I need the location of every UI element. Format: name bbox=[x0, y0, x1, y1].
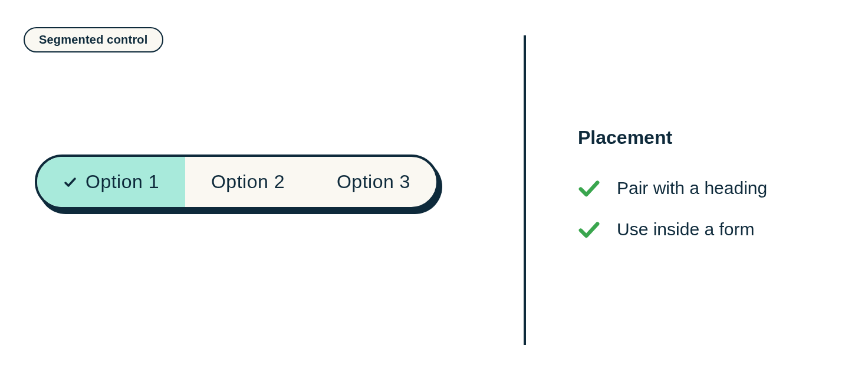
check-icon bbox=[578, 218, 600, 241]
segment-option-2[interactable]: Option 2 bbox=[185, 157, 311, 207]
segmented-control: Option 1 Option 2 Option 3 bbox=[35, 155, 439, 209]
check-icon bbox=[63, 175, 77, 189]
check-icon bbox=[578, 177, 600, 199]
vertical-divider bbox=[524, 35, 526, 345]
segmented-control-shadow: Option 1 Option 2 Option 3 bbox=[38, 159, 442, 214]
info-heading: Placement bbox=[578, 127, 767, 149]
info-item: Use inside a form bbox=[578, 218, 767, 241]
segment-option-1[interactable]: Option 1 bbox=[37, 157, 185, 207]
info-item: Pair with a heading bbox=[578, 177, 767, 199]
segment-label: Option 2 bbox=[211, 171, 285, 193]
component-badge-label: Segmented control bbox=[39, 33, 148, 46]
segment-label: Option 1 bbox=[86, 171, 159, 193]
info-item-text: Pair with a heading bbox=[617, 178, 767, 198]
component-badge: Segmented control bbox=[24, 27, 163, 52]
info-list: Pair with a heading Use inside a form bbox=[578, 177, 767, 241]
segmented-control-wrapper: Option 1 Option 2 Option 3 bbox=[38, 159, 442, 214]
info-item-text: Use inside a form bbox=[617, 219, 754, 239]
segment-option-3[interactable]: Option 3 bbox=[311, 157, 436, 207]
segment-label: Option 3 bbox=[337, 171, 410, 193]
info-panel: Placement Pair with a heading Use inside… bbox=[578, 127, 767, 241]
